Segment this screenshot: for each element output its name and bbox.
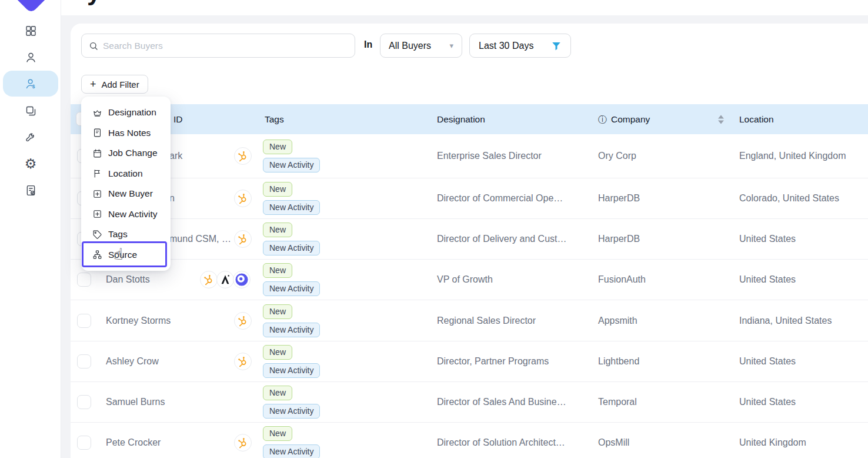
designation-cell: VP of Growth xyxy=(437,274,493,285)
company-cell: Lightbend xyxy=(598,356,639,367)
svg-text:$: $ xyxy=(32,84,35,89)
menu-item-job-change[interactable]: Job Change xyxy=(81,143,171,164)
calendar-icon xyxy=(92,148,102,158)
company-cell: Temporal xyxy=(598,397,637,407)
location-cell: United States xyxy=(739,274,796,285)
row-checkbox[interactable] xyxy=(77,354,91,369)
designation-cell: Director of Solution Architect… xyxy=(437,437,565,448)
tag-badge-new: New xyxy=(263,426,292,441)
funnel-icon xyxy=(551,41,562,51)
buyer-name: ark xyxy=(169,151,182,161)
table-row[interactable]: Pete Crocker New New Activity Director o… xyxy=(71,423,868,458)
table-row[interactable]: ark New New Activity Enterprise Sales Di… xyxy=(71,134,868,178)
app-logo xyxy=(13,0,49,14)
source-icons xyxy=(234,147,251,165)
location-cell: United Kingdom xyxy=(739,437,806,448)
hubspot-icon xyxy=(234,147,252,165)
tag-list: New New Activity xyxy=(263,345,320,378)
buyer-name: Dan Stotts xyxy=(106,274,150,285)
tag-badge-new: New xyxy=(263,182,292,197)
sidebar-item-contacts[interactable] xyxy=(0,44,61,70)
column-header-company: ⓘ Company xyxy=(598,114,650,125)
sidebar-item-tools[interactable] xyxy=(0,124,61,150)
row-checkbox[interactable] xyxy=(77,395,91,409)
search-icon xyxy=(89,41,98,51)
source-icons xyxy=(200,271,249,288)
tag-badge-new: New xyxy=(263,386,292,400)
location-cell: United States xyxy=(739,234,796,244)
document-check-icon xyxy=(25,184,37,197)
row-checkbox[interactable] xyxy=(77,436,91,450)
source-icons xyxy=(234,190,251,207)
designation-cell: Director of Commercial Ope… xyxy=(437,193,563,204)
designation-cell: Director of Sales And Busine… xyxy=(437,397,566,407)
menu-item-new-buyer[interactable]: New Buyer xyxy=(81,184,171,204)
search-input[interactable] xyxy=(103,41,348,51)
add-filter-button[interactable]: + Add Filter xyxy=(81,75,148,94)
sidebar-item-dashboard[interactable] xyxy=(0,18,61,44)
designation-cell: Director, Partner Programs xyxy=(437,356,549,367)
tag-badge-new-activity: New Activity xyxy=(263,444,320,458)
company-cell: Ory Corp xyxy=(598,151,636,161)
scope-select[interactable]: All Buyers ▾ xyxy=(380,34,462,58)
menu-item-source[interactable]: Source xyxy=(81,245,171,265)
buyer-person-dollar-icon: $ xyxy=(25,78,37,90)
flag-icon xyxy=(92,168,102,178)
column-header-tags: Tags xyxy=(265,114,284,125)
menu-item-designation[interactable]: Designation xyxy=(81,102,171,123)
row-checkbox[interactable] xyxy=(77,273,91,287)
tag-icon xyxy=(92,230,102,240)
tag-list: New New Activity xyxy=(263,182,320,215)
source-icons xyxy=(234,353,251,370)
table-row[interactable]: mund CSM, … New New Activity Director of… xyxy=(71,219,868,260)
overlapping-squares-icon xyxy=(25,105,37,117)
tag-badge-new: New xyxy=(263,140,292,154)
location-cell: England, United Kingdom xyxy=(739,151,846,161)
source-icons xyxy=(234,434,251,452)
designation-cell: Director of Delivery and Cust… xyxy=(437,234,567,244)
tag-badge-new-activity: New Activity xyxy=(263,200,320,215)
chevron-down-icon: ▾ xyxy=(449,41,453,50)
menu-item-has-notes[interactable]: Has Notes xyxy=(81,123,171,144)
column-header-designation: Designation xyxy=(437,114,485,125)
tag-badge-new: New xyxy=(263,345,292,360)
location-cell: United States xyxy=(739,356,796,367)
menu-item-new-activity[interactable]: New Activity xyxy=(81,204,171,225)
company-cell: FusionAuth xyxy=(598,274,646,285)
tag-list: New New Activity xyxy=(263,140,320,172)
menu-item-location[interactable]: Location xyxy=(81,164,171,184)
hubspot-icon xyxy=(234,230,252,248)
sort-toggle-icon[interactable] xyxy=(718,115,724,124)
menu-item-tags[interactable]: Tags xyxy=(81,224,171,245)
table-row[interactable]: Kortney Storms New New Activity Regional… xyxy=(71,300,868,341)
tag-list: New New Activity xyxy=(263,426,320,458)
plus-square-icon xyxy=(92,189,102,199)
sidebar: $ ⚙ xyxy=(0,0,61,458)
designation-cell: Regional Sales Director xyxy=(437,316,536,326)
table-row[interactable]: Ashley Crow New New Activity Director, P… xyxy=(71,341,868,382)
sidebar-item-companies[interactable] xyxy=(0,98,61,124)
sitemap-icon xyxy=(92,250,102,260)
wrench-icon xyxy=(25,131,37,143)
buyer-name: Samuel Burns xyxy=(106,397,165,407)
tag-badge-new: New xyxy=(263,263,292,278)
orb-icon xyxy=(233,271,251,288)
info-icon[interactable]: ⓘ xyxy=(598,114,607,125)
hubspot-icon xyxy=(234,434,252,452)
gear-icon: ⚙ xyxy=(25,157,37,171)
person-icon xyxy=(25,51,37,64)
row-checkbox[interactable] xyxy=(77,314,91,328)
company-cell: OpsMill xyxy=(598,437,629,448)
grid-icon xyxy=(25,25,37,37)
tag-badge-new-activity: New Activity xyxy=(263,241,320,255)
table-row[interactable]: n New New Activity Director of Commercia… xyxy=(71,178,868,219)
sidebar-item-reports[interactable] xyxy=(0,177,61,203)
buyer-name: mund CSM, … xyxy=(169,234,231,244)
sidebar-item-buyers[interactable]: $ xyxy=(0,71,61,97)
designation-cell: Enterprise Sales Director xyxy=(437,151,542,161)
sidebar-item-settings[interactable]: ⚙ xyxy=(0,151,61,177)
location-cell: Colorado, United States xyxy=(739,193,839,204)
table-row[interactable]: Dan Stotts New New Activity VP of Growth… xyxy=(71,260,868,300)
date-range-button[interactable]: Last 30 Days xyxy=(469,34,571,58)
table-row[interactable]: Samuel Burns New New Activity Director o… xyxy=(71,382,868,423)
